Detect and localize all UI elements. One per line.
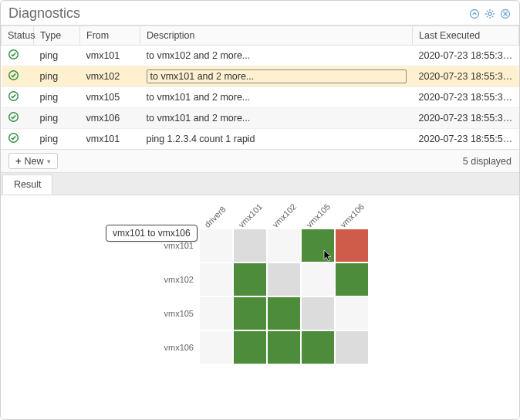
matrix-cell[interactable]: [268, 331, 300, 364]
cell-type: ping: [34, 129, 80, 150]
tab-bar: Result: [1, 173, 519, 195]
matrix-col-labels: driver8vmx101vmx102vmx105vmx106: [198, 203, 366, 229]
diagnostics-table: Status Type From Description Last Execut…: [1, 25, 519, 149]
cell-status: [2, 108, 34, 129]
panel-header: Diagnostics: [1, 1, 519, 25]
ping-matrix: driver8vmx101vmx102vmx105vmx106 vmx101vm…: [152, 203, 368, 364]
cell-last: 2020-07-23 18:55:36 ...: [413, 46, 519, 66]
col-header-type[interactable]: Type: [34, 26, 80, 46]
matrix-row-label: vmx106: [152, 331, 198, 364]
matrix-row-label: vmx102: [152, 263, 198, 296]
table-header-row: Status Type From Description Last Execut…: [2, 26, 519, 46]
table-row[interactable]: pingvmx105to vmx101 and 2 more...2020-07…: [2, 87, 519, 108]
matrix-cell[interactable]: [200, 263, 232, 296]
col-header-last[interactable]: Last Executed: [413, 26, 519, 46]
matrix-cell[interactable]: [234, 297, 266, 330]
panel-title: Diagnostics: [8, 5, 80, 22]
tab-result[interactable]: Result: [2, 174, 52, 195]
matrix-col-label: vmx105: [305, 202, 333, 229]
matrix-cell[interactable]: [234, 229, 266, 262]
matrix-cell[interactable]: [302, 331, 334, 364]
cell-status: [2, 66, 34, 87]
matrix-col-label: vmx101: [237, 202, 265, 229]
matrix-cell[interactable]: [302, 297, 334, 330]
cell-last: 2020-07-23 18:55:54 ...: [413, 129, 519, 150]
cell-description: to vmx101 and 2 more...: [147, 69, 407, 83]
cell-status: [2, 87, 34, 108]
matrix-cell[interactable]: [234, 263, 266, 296]
cell-type: ping: [34, 108, 80, 129]
cell-description: to vmx102 and 2 more...: [147, 50, 251, 61]
matrix-cell[interactable]: [268, 229, 300, 262]
matrix-row-label: vmx105: [152, 297, 198, 330]
matrix-cell[interactable]: [336, 331, 368, 364]
matrix-cell[interactable]: [234, 331, 266, 364]
table-toolbar: + New ▾ 5 displayed: [1, 149, 519, 173]
svg-line-9: [492, 10, 493, 11]
cell-status: [2, 46, 34, 66]
collapse-icon[interactable]: [468, 8, 481, 20]
matrix-cell[interactable]: [200, 297, 232, 330]
col-header-from[interactable]: From: [80, 26, 140, 46]
table-row[interactable]: pingvmx106to vmx101 and 2 more...2020-07…: [2, 108, 519, 129]
cell-description: to vmx101 and 2 more...: [147, 92, 251, 103]
new-button-label: New: [25, 156, 44, 167]
matrix-col-label: vmx106: [339, 202, 366, 229]
cell-description-td: to vmx101 and 2 more...: [140, 87, 413, 108]
plus-icon: +: [15, 155, 22, 167]
matrix-cell[interactable]: [268, 263, 300, 296]
status-ok-icon: [8, 90, 19, 102]
gear-icon[interactable]: [484, 8, 496, 20]
cell-description-td: to vmx101 and 2 more...: [140, 66, 413, 87]
matrix-cell[interactable]: [200, 331, 232, 364]
cell-from: vmx101: [80, 129, 140, 150]
status-ok-icon: [8, 49, 19, 60]
diagnostics-panel: Diagnostics Status Type From Description…: [0, 0, 520, 420]
cell-status: [2, 129, 34, 150]
displayed-count: 5 displayed: [463, 156, 512, 167]
cell-from: vmx101: [80, 46, 140, 66]
result-area: driver8vmx101vmx102vmx105vmx106 vmx101vm…: [1, 195, 519, 364]
matrix-cell[interactable]: [336, 229, 368, 262]
svg-point-0: [471, 9, 479, 18]
status-ok-icon: [8, 111, 19, 123]
cell-description-td: to vmx101 and 2 more...: [140, 108, 413, 129]
matrix-tooltip: vmx101 to vmx106: [106, 225, 198, 242]
cell-last: 2020-07-23 18:55:36 ...: [413, 108, 519, 129]
panel-actions: [468, 8, 512, 20]
chevron-down-icon: ▾: [47, 158, 51, 165]
cell-type: ping: [34, 66, 80, 87]
matrix-cell[interactable]: [336, 263, 368, 296]
table-row[interactable]: pingvmx101to vmx102 and 2 more...2020-07…: [2, 46, 519, 66]
close-icon[interactable]: [499, 8, 512, 20]
svg-point-1: [488, 12, 491, 15]
cell-description-td: to vmx102 and 2 more...: [140, 46, 413, 66]
svg-line-6: [487, 10, 488, 11]
matrix-cell[interactable]: [336, 297, 368, 330]
cell-description: ping 1.2.3.4 count 1 rapid: [147, 134, 255, 144]
new-button[interactable]: + New ▾: [8, 153, 58, 169]
matrix-cell[interactable]: [200, 229, 232, 262]
matrix-col-label: driver8: [203, 205, 228, 229]
col-header-description[interactable]: Description: [140, 26, 413, 46]
col-header-status[interactable]: Status: [2, 26, 34, 46]
cell-from: vmx102: [80, 66, 140, 87]
cell-type: ping: [34, 87, 80, 108]
cell-description: to vmx101 and 2 more...: [147, 113, 251, 124]
svg-line-7: [492, 15, 493, 16]
matrix-cell[interactable]: [302, 263, 334, 296]
cell-from: vmx105: [80, 87, 140, 108]
cell-type: ping: [34, 46, 80, 66]
matrix-cell[interactable]: [302, 229, 334, 262]
cell-last: 2020-07-23 18:55:36 ...: [413, 87, 519, 108]
matrix-col-label: vmx102: [271, 202, 299, 229]
cell-description-td: ping 1.2.3.4 count 1 rapid: [140, 129, 413, 150]
matrix-cell[interactable]: [268, 297, 300, 330]
cell-last: 2020-07-23 18:55:36 ...: [413, 66, 519, 87]
table-row[interactable]: pingvmx101ping 1.2.3.4 count 1 rapid2020…: [2, 129, 519, 150]
status-ok-icon: [8, 69, 19, 81]
svg-line-8: [487, 15, 488, 16]
status-ok-icon: [8, 132, 19, 144]
table-row[interactable]: pingvmx102to vmx101 and 2 more...2020-07…: [2, 66, 519, 87]
cell-from: vmx106: [80, 108, 140, 129]
